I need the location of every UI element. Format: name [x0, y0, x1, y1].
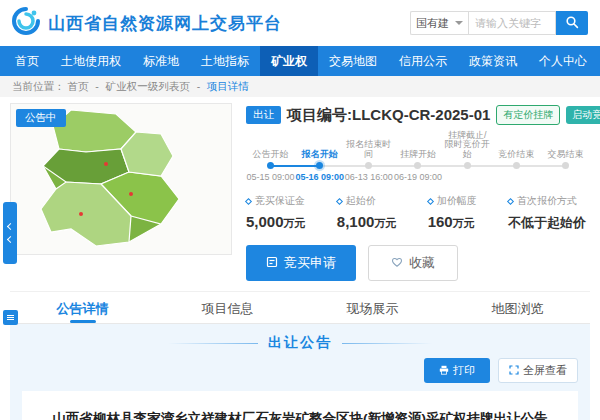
nav-item-policy-news[interactable]: 政策资讯 — [458, 46, 528, 76]
stat-value: 5,000 — [246, 213, 284, 230]
tag-bidding-start: 启动竞价 — [566, 106, 600, 124]
stat-value: 160 — [428, 213, 453, 230]
sidebar-collapse-handle[interactable] — [3, 202, 17, 264]
stat-diamond-icon — [336, 197, 343, 204]
timeline-step-signup-start: 报名开始 05-16 09:00 — [295, 139, 344, 182]
search-button[interactable] — [556, 11, 588, 35]
timeline-dot — [267, 162, 274, 169]
timeline-step-date: 06-19 09:00 — [393, 172, 442, 182]
project-timeline: 公告开始 05-15 09:00 报名开始 05-16 09:00 报名结束时间… — [246, 139, 590, 182]
favorite-button[interactable]: 收藏 — [368, 245, 458, 281]
timeline-step-trade-end: 交易结束 — [541, 139, 590, 182]
stat-value: 8,100 — [337, 213, 375, 230]
fullscreen-button[interactable]: 全屏查看 — [498, 358, 578, 383]
announcement-header: 出让公告 — [22, 334, 578, 352]
floating-menu-button[interactable] — [3, 310, 18, 325]
timeline-step-announce-start: 公告开始 05-15 09:00 — [246, 139, 295, 182]
print-label: 打印 — [453, 363, 475, 378]
stat-value: 不低于起始价 — [508, 215, 586, 230]
announcement-document: 山西省柳林县李家湾乡立祥建材厂石灰岩矿整合区块(新增资源)采矿权挂牌出让公告 吕… — [22, 391, 578, 420]
stat-first-quote-method: 首次报价方式 不低于起始价 — [508, 194, 586, 232]
timeline-dot — [562, 162, 569, 169]
nav-item-personal-center[interactable]: 个人中心 — [528, 46, 598, 76]
breadcrumb-separator: - — [197, 80, 201, 92]
timeline-dot — [316, 162, 323, 169]
project-number-title: 项目编号:LLCKQ-CR-2025-01 — [287, 106, 490, 125]
timeline-step-listing-deadline: 挂牌截止/ 限时竞价开始 — [443, 139, 492, 182]
breadcrumb-home[interactable]: 首页 — [67, 80, 88, 92]
timeline-dot — [464, 162, 471, 169]
project-info: 出让 项目编号:LLCKQ-CR-2025-01 有定价挂牌 启动竞价 50人浏… — [232, 103, 590, 281]
tab-site-display[interactable]: 现场展示 — [300, 292, 445, 323]
category-select[interactable]: 国有建 — [410, 11, 468, 35]
stat-unit: 万元 — [374, 217, 396, 229]
announcement-section-title: 出让公告 — [268, 334, 332, 352]
favorite-label: 收藏 — [409, 254, 435, 272]
search-area: 国有建 — [410, 11, 588, 35]
search-input[interactable] — [468, 11, 556, 35]
breadcrumb-current: 项目详情 — [207, 80, 249, 92]
category-select-value: 国有建 — [416, 16, 449, 31]
nav-item-home[interactable]: 首页 — [4, 46, 50, 76]
bid-apply-label: 竞买申请 — [284, 254, 336, 272]
stat-diamond-icon — [507, 197, 514, 204]
announcement-doc-title: 山西省柳林县李家湾乡立祥建材厂石灰岩矿整合区块(新增资源)采矿权挂牌出让公告 — [46, 409, 554, 420]
timeline-step-label: 交易结束 — [547, 150, 583, 160]
timeline-step-label: 竞价结束 — [498, 150, 534, 160]
tag-fixed-price-listing: 有定价挂牌 — [496, 105, 560, 125]
project-image-gallery[interactable]: 公告中 — [10, 103, 232, 255]
timeline-step-signup-end: 报名结束时间 06-13 16:00 — [344, 139, 393, 182]
chevron-down-icon — [455, 21, 463, 25]
printer-icon — [439, 365, 449, 377]
decorative-line — [342, 343, 432, 344]
project-stats: 竞买保证金 5,000万元 起始价 8,100万元 加价幅度 160万元 首次报… — [246, 194, 590, 232]
menu-icon — [7, 317, 14, 318]
timeline-step-date: 05-16 09:00 — [295, 172, 344, 182]
transfer-type-badge: 出让 — [246, 106, 281, 124]
stat-unit: 万元 — [453, 217, 475, 229]
timeline-dot — [513, 162, 520, 169]
tab-map-browse[interactable]: 地图浏览 — [445, 292, 590, 323]
site-title: 山西省自然资源网上交易平台 — [48, 12, 282, 35]
nav-item-land-index[interactable]: 土地指标 — [190, 46, 260, 76]
timeline-step-date: 05-15 09:00 — [246, 172, 295, 182]
tab-announcement-detail[interactable]: 公告详情 — [10, 292, 155, 323]
site-header: 山西省自然资源网上交易平台 国有建 — [0, 0, 600, 46]
stat-increment: 加价幅度 160万元 — [428, 194, 477, 232]
stat-unit: 万元 — [284, 217, 306, 229]
timeline-dot — [365, 162, 372, 169]
breadcrumb: 当前位置： 首页 - 矿业权一级列表页 - 项目详情 — [0, 76, 600, 97]
main-nav: 首页 土地使用权 标准地 土地指标 矿业权 交易地图 信用公示 政策资讯 个人中… — [0, 46, 600, 76]
chevron-left-icon — [6, 236, 13, 243]
breadcrumb-list-page[interactable]: 矿业权一级列表页 — [106, 80, 190, 92]
stat-label: 起始价 — [346, 194, 376, 208]
timeline-step-label: 挂牌开始 — [400, 150, 436, 160]
print-button[interactable]: 打印 — [424, 358, 490, 383]
timeline-step-label: 挂牌截止/ 限时竞价开始 — [443, 131, 492, 160]
project-card: 公告中 出让 项目编号:LLCKQ-CR-2025-01 — [10, 103, 590, 281]
page: 山西省自然资源网上交易平台 国有建 首页 土地使用权 标准地 土地指标 矿业权 — [0, 0, 600, 420]
stat-label: 加价幅度 — [437, 194, 477, 208]
nav-item-land-use-right[interactable]: 土地使用权 — [50, 46, 132, 76]
timeline-step-label: 公告开始 — [253, 150, 289, 160]
project-actions: 竞买申请 收藏 — [246, 245, 590, 281]
breadcrumb-prefix: 当前位置： — [12, 80, 65, 92]
heart-icon — [391, 256, 403, 271]
timeline-dot — [414, 162, 421, 169]
nav-item-mining-right[interactable]: 矿业权 — [260, 46, 318, 76]
decorative-line — [168, 343, 258, 344]
stat-diamond-icon — [245, 197, 252, 204]
site-logo-icon — [12, 7, 40, 39]
stat-deposit: 竞买保证金 5,000万元 — [246, 194, 306, 232]
nav-item-standard-land[interactable]: 标准地 — [132, 46, 190, 76]
timeline-step-label: 报名结束时间 — [344, 140, 393, 159]
chevron-left-icon — [6, 223, 13, 230]
nav-item-credit-publicity[interactable]: 信用公示 — [388, 46, 458, 76]
bid-apply-button[interactable]: 竞买申请 — [246, 245, 356, 281]
tab-project-info[interactable]: 项目信息 — [155, 292, 300, 323]
status-badge: 公告中 — [16, 109, 66, 127]
nav-item-trade-map[interactable]: 交易地图 — [318, 46, 388, 76]
search-icon — [565, 15, 579, 32]
apply-form-icon — [266, 256, 278, 271]
timeline-step-bidding-end: 竞价结束 — [492, 139, 541, 182]
